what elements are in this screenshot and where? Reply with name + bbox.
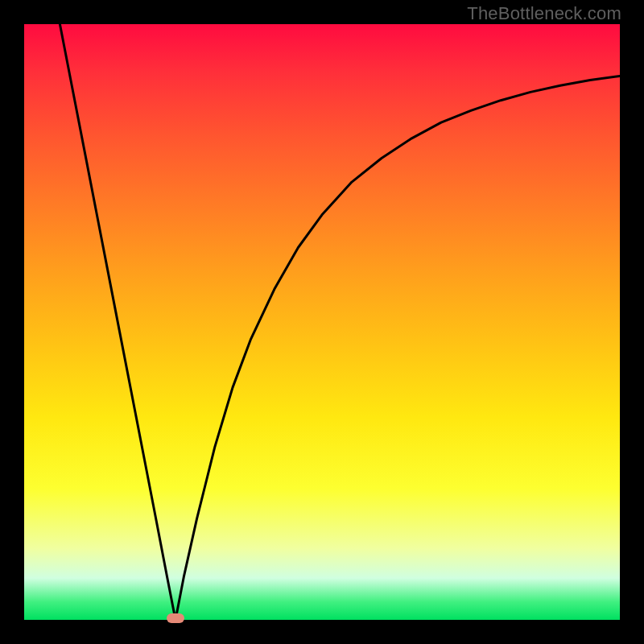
watermark-text: TheBottleneck.com bbox=[467, 3, 621, 24]
optimum-marker bbox=[167, 613, 184, 623]
plot-area bbox=[24, 24, 620, 620]
bottleneck-curve bbox=[24, 24, 620, 620]
chart-frame: TheBottleneck.com bbox=[0, 0, 644, 644]
